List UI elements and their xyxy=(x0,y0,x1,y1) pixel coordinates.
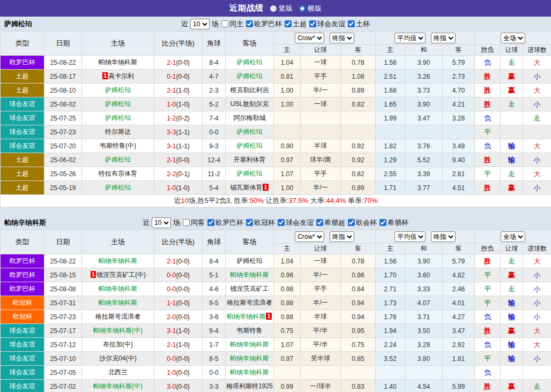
team-link[interactable]: 梅塔利斯特1925 xyxy=(226,382,273,390)
odds-company-select[interactable]: Crow* xyxy=(295,33,324,43)
team-link[interactable]: 格拉斯哥流浪者 xyxy=(95,313,140,320)
vertical-radio-label: 竖版 xyxy=(279,4,293,13)
match-date-cell: 25-08-15 xyxy=(44,268,82,282)
filter-league-0-label: 欧罗巴杯 xyxy=(215,218,243,228)
games-count-select[interactable]: 10 xyxy=(152,217,171,228)
red-card-badge: 1 xyxy=(266,313,271,320)
team-link[interactable]: 帕纳辛纳科斯 xyxy=(99,257,137,265)
team-link[interactable]: 根克勒比利吉 xyxy=(230,86,269,94)
filter-league-3[interactable]: 土杯 xyxy=(348,19,370,29)
team-link[interactable]: 顿涅茨克矿工 xyxy=(230,285,269,292)
filter-league-2-checkbox[interactable] xyxy=(309,20,316,27)
team-link[interactable]: 韦斯特鲁 xyxy=(237,327,263,334)
team-link[interactable]: 帕纳辛纳科斯 xyxy=(230,355,269,362)
filter-league-3-checkbox[interactable] xyxy=(348,20,355,27)
team-link[interactable]: 萨姆松珀 xyxy=(237,128,263,135)
odds-company-select[interactable]: Crow* xyxy=(295,231,324,242)
horizontal-radio-icon[interactable] xyxy=(299,5,306,12)
odds-period-select[interactable]: 终指 xyxy=(330,33,354,43)
team-link[interactable]: 萨姆松珀 xyxy=(237,58,263,66)
halftime-score: (0-2) xyxy=(176,115,190,122)
team-link[interactable]: 阿尔梅勒城 xyxy=(234,114,266,122)
vertical-radio-icon[interactable] xyxy=(270,5,277,12)
layout-option-horizontal[interactable]: 横版 xyxy=(299,4,322,13)
team-link[interactable]: 帕纳辛纳科斯 xyxy=(227,313,265,320)
team-link[interactable]: 特尔斯达 xyxy=(105,128,131,135)
team-link[interactable]: 萨姆松珀 xyxy=(105,114,131,122)
team-link[interactable]: 帕纳辛纳科斯(中) xyxy=(93,382,143,390)
team-link[interactable]: 萨姆松珀 xyxy=(105,156,131,163)
filter-league-1[interactable]: 欧冠杯 xyxy=(246,218,275,228)
team-link[interactable]: 格拉斯哥流浪者 xyxy=(227,299,272,306)
team-link[interactable]: 帕纳辛纳科斯 xyxy=(230,368,269,376)
team-link[interactable]: 萨姆松珀 xyxy=(237,170,263,177)
avg-source-select[interactable]: 平均值 xyxy=(394,33,426,43)
avg-period-select[interactable]: 终指 xyxy=(431,231,456,242)
team-link[interactable]: 帕纳辛纳科斯 xyxy=(99,299,137,306)
team-link[interactable]: 开塞利体育 xyxy=(234,156,266,163)
filter-same-venue[interactable]: 同主 xyxy=(221,19,243,29)
filter-league-4[interactable]: 欧会杯 xyxy=(348,218,377,228)
away-team-cell: 梅塔利斯特1925 xyxy=(226,380,274,392)
filter-league-1-checkbox[interactable] xyxy=(285,20,292,27)
team-link[interactable]: 萨姆松珀 xyxy=(105,184,131,191)
filter-same-venue-checkbox[interactable] xyxy=(221,20,228,27)
team-link[interactable]: 萨姆松珀 xyxy=(237,72,263,80)
filter-league-2[interactable]: 球会友谊 xyxy=(278,218,314,228)
avg-select-group: 平均值 终指 xyxy=(376,230,475,244)
filter-league-5-checkbox[interactable] xyxy=(379,219,386,226)
odds-handicap-cell: 半/一 xyxy=(301,268,341,282)
scope-select[interactable]: 全场 xyxy=(501,231,525,242)
section-header: 萨姆松珀 近10场同主欧罗巴杯土超球会友谊土杯 xyxy=(0,17,551,31)
team-link[interactable]: 顿涅茨克矿工(中) xyxy=(96,271,146,278)
avg-away-cell: 2.61 xyxy=(443,167,475,181)
odds-away-cell: 0.85 xyxy=(341,352,376,366)
filter-league-3[interactable]: 希腊超 xyxy=(316,218,345,228)
filter-league-0[interactable]: 欧罗巴杯 xyxy=(207,218,243,228)
team-link[interactable]: 萨姆松珀 xyxy=(237,142,263,149)
team-link[interactable]: 高卡尔利 xyxy=(108,72,134,80)
scope-select[interactable]: 全场 xyxy=(501,33,525,43)
home-team-cell: 帕纳辛纳科斯 xyxy=(82,254,154,268)
team-link[interactable]: 萨姆松珀 xyxy=(105,100,131,108)
filter-league-2-checkbox[interactable] xyxy=(278,219,285,226)
summary-stat-value: 50% xyxy=(250,197,264,205)
team-link[interactable]: 韦斯特鲁(中) xyxy=(100,142,136,149)
team-link[interactable]: 北西兰 xyxy=(108,368,128,376)
team-link[interactable]: 萨姆松珀 xyxy=(237,257,263,265)
team-link[interactable]: 帕纳辛纳科斯 xyxy=(99,285,137,292)
page-title: 近期战绩 xyxy=(229,3,264,13)
filter-league-0[interactable]: 欧罗巴杯 xyxy=(246,19,282,29)
layout-option-vertical[interactable]: 竖版 xyxy=(270,4,293,13)
team-link[interactable]: 锡瓦斯体育 xyxy=(230,184,262,191)
team-link[interactable]: 萨姆松珀 xyxy=(105,86,131,94)
avg-draw-cell: 3.90 xyxy=(405,97,443,111)
team-link[interactable]: 帕纳辛纳科斯 xyxy=(230,271,269,278)
filter-league-5[interactable]: 希腊杯 xyxy=(379,218,408,228)
filter-league-0-checkbox[interactable] xyxy=(207,219,214,226)
filter-league-4-checkbox[interactable] xyxy=(348,219,355,226)
team-link[interactable]: USL敦刻尔克 xyxy=(230,100,269,108)
filter-same-venue-checkbox[interactable] xyxy=(183,219,190,226)
filter-league-1[interactable]: 土超 xyxy=(285,19,307,29)
avg-draw-cell: 4.54 xyxy=(405,380,443,392)
halftime-score: (0-0) xyxy=(176,299,190,307)
avg-source-select[interactable]: 平均值 xyxy=(394,231,426,242)
halftime-score: (1-0) xyxy=(176,87,190,94)
team-link[interactable]: 帕纳辛纳科斯(中) xyxy=(93,327,143,334)
filter-same-venue[interactable]: 同客 xyxy=(183,218,205,228)
odds-period-select[interactable]: 终指 xyxy=(330,231,354,242)
filter-league-2[interactable]: 球会友谊 xyxy=(309,19,345,29)
team-link[interactable]: 特拉布宗体育 xyxy=(99,170,137,177)
filter-league-1-checkbox[interactable] xyxy=(246,219,253,226)
avg-period-select[interactable]: 终指 xyxy=(431,33,456,43)
team-link[interactable]: 帕纳辛纳科斯 xyxy=(99,58,137,66)
team-link[interactable]: 帕纳辛纳科斯 xyxy=(230,341,269,348)
filter-league-3-checkbox[interactable] xyxy=(316,219,323,226)
team-link[interactable]: 沙尔克04(中) xyxy=(99,355,136,362)
score-cell: 3-0(0-0) xyxy=(154,380,203,392)
avg-home-cell: 1.40 xyxy=(376,380,405,392)
games-count-select[interactable]: 10 xyxy=(190,19,210,29)
filter-league-0-checkbox[interactable] xyxy=(246,20,253,27)
team-link[interactable]: 布拉加(中) xyxy=(103,341,133,348)
